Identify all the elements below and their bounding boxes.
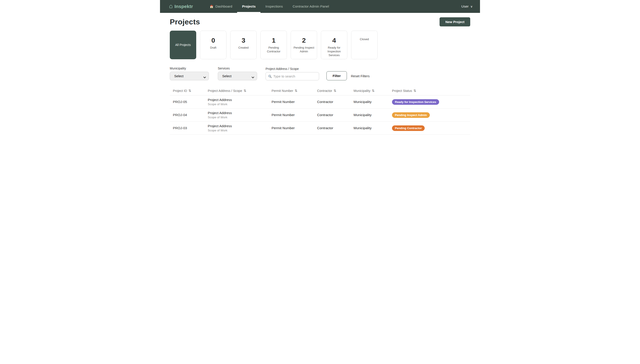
status-cell: Ready for Inspection Services (392, 99, 470, 105)
permit-number-cell: Permit Number (272, 100, 317, 104)
status-card-draft[interactable]: 0 Draft (200, 31, 227, 59)
user-menu[interactable]: User ∨ (461, 0, 473, 13)
nav-contractor-admin-panel-label: Contractor Admin Panel (293, 4, 329, 8)
search-input[interactable] (273, 74, 318, 78)
new-project-button[interactable]: New Project (440, 17, 470, 26)
status-card-closed[interactable]: Closed (351, 31, 377, 59)
municipality-cell: Municipality (354, 126, 392, 130)
status-cell: Pending Inspect Admin (392, 112, 470, 118)
status-card-pending-contractor[interactable]: 1 Pending Contractor (261, 31, 287, 59)
nav-dashboard[interactable]: Dashboard (205, 0, 237, 13)
filter-button[interactable]: Filter (326, 71, 347, 80)
status-card-pending-inspect-admin[interactable]: 2 Pending Inspect Admin (291, 31, 317, 59)
permit-number-cell: Permit Number (272, 126, 317, 130)
scope-of-work: Scope of Work (208, 129, 272, 132)
main-content: Projects New Project All Projects 0 Draf… (160, 17, 480, 135)
contractor-cell: Contractor (317, 126, 354, 130)
logo-text: Inspektr (174, 4, 193, 9)
scope-of-work: Scope of Work (208, 102, 272, 106)
sort-icon: ⇅ (295, 89, 298, 92)
project-id-link[interactable]: PROJ-03 (173, 126, 208, 130)
status-card-count: 2 (302, 36, 306, 44)
services-select[interactable]: Select (218, 72, 257, 80)
contractor-cell: Contractor (317, 113, 354, 117)
sort-icon: ⇅ (413, 89, 416, 92)
status-card-label: Created (238, 46, 249, 50)
nav-projects[interactable]: Projects (237, 0, 261, 13)
sort-icon: ⇅ (244, 89, 247, 92)
status-card-count: 0 (211, 36, 215, 44)
search-icon (268, 74, 272, 78)
nav-inspections[interactable]: Inspections (261, 0, 288, 13)
app-logo[interactable]: Inspektr (169, 0, 193, 13)
status-cell: Pending Contractor (392, 126, 470, 131)
house-icon (209, 4, 214, 8)
status-card-count: 3 (242, 36, 245, 44)
services-label: Services (218, 66, 257, 70)
project-address-cell: Project Address Scope of Work (208, 98, 272, 106)
status-card-label: Pending Contractor (262, 46, 285, 53)
municipality-cell: Municipality (354, 113, 392, 117)
status-card-label: Closed (360, 37, 369, 41)
main-nav: Dashboard Projects Inspections Contracto… (205, 0, 334, 13)
status-card-ready-for-inspection-services[interactable]: 4 Ready for Inspection Services (321, 31, 347, 59)
column-header-project-address-scope[interactable]: Project Address / Scope⇅ (208, 89, 272, 93)
status-card-created[interactable]: 3 Created (230, 31, 257, 59)
search-label: Project Address / Scope (266, 67, 319, 70)
status-card-label: Pending Inspect Admin (292, 46, 316, 53)
project-address-cell: Project Address Scope of Work (208, 124, 272, 132)
status-card-count: 1 (272, 36, 276, 44)
status-badge: Pending Contractor (392, 126, 425, 131)
municipality-label: Municipality (170, 66, 209, 70)
sort-icon: ⇅ (188, 89, 191, 92)
municipality-select[interactable]: Select (170, 72, 209, 80)
table-header-row: Project ID⇅ Project Address / Scope⇅ Per… (170, 86, 470, 96)
top-nav-bar: Inspektr Dashboard Projects Inspections … (160, 0, 480, 13)
nav-contractor-admin-panel[interactable]: Contractor Admin Panel (288, 0, 334, 13)
nav-dashboard-label: Dashboard (215, 4, 232, 8)
status-card-label: Draft (210, 46, 216, 50)
project-id-link[interactable]: PROJ-04 (173, 113, 208, 117)
sort-icon: ⇅ (372, 89, 375, 92)
permit-number-cell: Permit Number (272, 113, 317, 117)
project-id-link[interactable]: PROJ-05 (173, 100, 208, 104)
table-row[interactable]: PROJ-04 Project Address Scope of Work Pe… (170, 108, 470, 122)
municipality-cell: Municipality (354, 100, 392, 104)
sort-icon: ⇅ (334, 89, 336, 92)
nav-projects-label: Projects (242, 4, 256, 8)
status-card-all-projects[interactable]: All Projects (170, 31, 196, 59)
search-box (266, 72, 319, 80)
reset-filters-link[interactable]: Reset Filters (351, 74, 369, 80)
project-address-cell: Project Address Scope of Work (208, 111, 272, 119)
filter-bar: Municipality Select Services Select (170, 66, 470, 80)
nav-inspections-label: Inspections (265, 4, 283, 8)
status-card-row: All Projects 0 Draft 3 Created 1 Pending… (170, 31, 470, 59)
page-title: Projects (170, 18, 200, 26)
status-card-label: All Projects (175, 43, 191, 47)
table-row[interactable]: PROJ-03 Project Address Scope of Work Pe… (170, 122, 470, 135)
status-card-count: 4 (332, 36, 336, 44)
status-badge: Pending Inspect Admin (392, 112, 430, 118)
user-menu-label: User (461, 4, 469, 8)
contractor-cell: Contractor (317, 100, 354, 104)
projects-table: Project ID⇅ Project Address / Scope⇅ Per… (170, 86, 470, 135)
status-card-label: Ready for Inspection Services (322, 46, 346, 57)
table-row[interactable]: PROJ-05 Project Address Scope of Work Pe… (170, 96, 470, 108)
column-header-municipality[interactable]: Municipality⇅ (354, 89, 392, 93)
status-badge: Ready for Inspection Services (392, 99, 439, 105)
column-header-permit-number[interactable]: Permit Number⇅ (272, 89, 317, 93)
project-address: Project Address (208, 124, 272, 128)
active-tab-indicator (237, 12, 261, 13)
project-address: Project Address (208, 98, 272, 102)
column-header-contractor[interactable]: Contractor⇅ (317, 89, 354, 93)
column-header-project-id[interactable]: Project ID⇅ (173, 89, 208, 93)
scope-of-work: Scope of Work (208, 116, 272, 119)
column-header-project-status[interactable]: Project Status⇅ (392, 89, 470, 93)
chevron-down-icon: ∨ (471, 5, 473, 8)
logo-house-icon (169, 4, 173, 8)
project-address: Project Address (208, 111, 272, 115)
